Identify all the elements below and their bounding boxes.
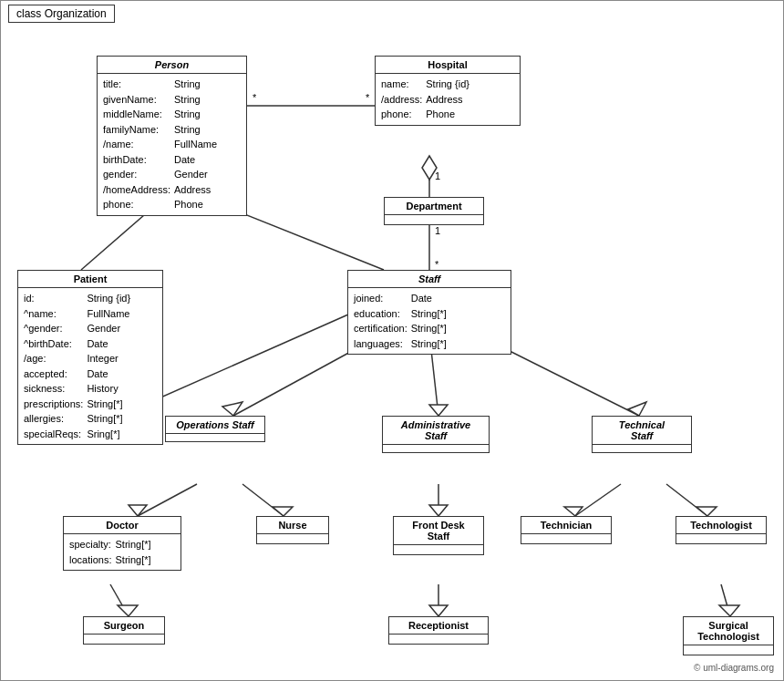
receptionist-title: Receptionist (389, 617, 488, 635)
svg-line-33 (110, 584, 129, 616)
svg-text:*: * (435, 259, 439, 270)
person-class: Person title:String givenName:String mid… (97, 56, 247, 216)
svg-marker-36 (429, 605, 448, 616)
svg-marker-20 (429, 405, 448, 416)
svg-text:1: 1 (435, 225, 440, 236)
department-title: Department (385, 198, 483, 215)
administrative-staff-title: AdministrativeStaff (383, 417, 489, 445)
front-desk-staff-title: Front DeskStaff (394, 517, 483, 545)
technologist-class: Technologist (676, 516, 767, 544)
doctor-class: Doctor specialty:String[*] locations:Str… (63, 516, 181, 571)
department-class: Department (384, 197, 484, 225)
svg-marker-34 (118, 605, 138, 616)
hospital-class: Hospital name:String {id} /address:Addre… (375, 56, 521, 126)
technical-staff-title: TechnicalStaff (593, 417, 691, 445)
operations-staff-title: Operations Staff (166, 417, 264, 434)
svg-text:*: * (253, 92, 257, 103)
staff-title: Staff (348, 271, 511, 288)
nurse-title: Nurse (257, 517, 328, 534)
svg-text:*: * (366, 92, 370, 103)
svg-text:1: 1 (435, 170, 440, 181)
svg-marker-22 (628, 402, 646, 416)
technician-class: Technician (521, 516, 612, 544)
copyright: © uml-diagrams.org (694, 663, 774, 673)
doctor-body: specialty:String[*] locations:String[*] (64, 534, 181, 570)
svg-marker-38 (719, 605, 739, 616)
svg-line-37 (721, 584, 730, 616)
diagram-title: class Organization (8, 5, 115, 23)
svg-marker-28 (429, 505, 448, 516)
diagram-container: class Organization * * 1 * 1 * * * (0, 0, 784, 681)
administrative-staff-class: AdministrativeStaff (382, 416, 490, 453)
svg-line-23 (138, 484, 197, 516)
staff-body: joined:Date education:String[*] certific… (348, 288, 511, 354)
svg-marker-26 (273, 507, 293, 516)
svg-marker-24 (129, 505, 147, 516)
svg-marker-30 (564, 507, 583, 516)
svg-marker-18 (222, 402, 242, 416)
surgical-technologist-class: SurgicalTechnologist (683, 616, 774, 655)
department-body (385, 215, 483, 224)
svg-marker-32 (696, 507, 717, 516)
person-title: Person (98, 57, 246, 74)
surgeon-title: Surgeon (84, 617, 164, 635)
nurse-class: Nurse (256, 516, 329, 544)
svg-line-29 (575, 484, 621, 516)
front-desk-staff-class: Front DeskStaff (393, 516, 484, 555)
receptionist-class: Receptionist (388, 616, 489, 645)
hospital-title: Hospital (376, 57, 520, 74)
technical-staff-class: TechnicalStaff (592, 416, 692, 453)
technician-title: Technician (521, 517, 611, 534)
staff-class: Staff joined:Date education:String[*] ce… (347, 270, 511, 355)
svg-line-31 (666, 484, 707, 516)
hospital-body: name:String {id} /address:Address phone:… (376, 74, 520, 125)
svg-line-25 (242, 484, 284, 516)
svg-marker-4 (422, 156, 437, 180)
patient-class: Patient id:String {id} ^name:FullName ^g… (17, 270, 163, 445)
operations-staff-class: Operations Staff (165, 416, 265, 442)
technologist-title: Technologist (676, 517, 766, 534)
doctor-title: Doctor (64, 517, 181, 534)
patient-body: id:String {id} ^name:FullName ^gender:Ge… (18, 288, 162, 444)
surgeon-class: Surgeon (83, 616, 165, 645)
patient-title: Patient (18, 271, 162, 288)
surgical-technologist-title: SurgicalTechnologist (684, 617, 773, 645)
person-body: title:String givenName:String middleName… (98, 74, 246, 215)
